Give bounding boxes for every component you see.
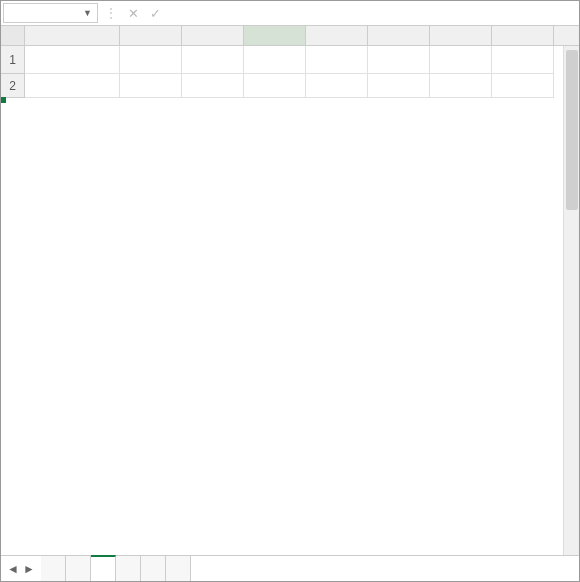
scrollbar-thumb[interactable] bbox=[566, 50, 578, 210]
cell[interactable] bbox=[120, 46, 182, 74]
cell[interactable] bbox=[244, 74, 306, 98]
row: 2 bbox=[1, 74, 579, 98]
col-header-F[interactable] bbox=[368, 26, 430, 45]
cell[interactable] bbox=[492, 74, 554, 98]
tab-frequency[interactable] bbox=[116, 556, 141, 581]
cell[interactable] bbox=[244, 46, 306, 74]
vertical-scrollbar[interactable] bbox=[563, 46, 579, 555]
cell[interactable] bbox=[306, 74, 368, 98]
chevron-down-icon[interactable]: ▼ bbox=[83, 8, 92, 18]
tab-co[interactable] bbox=[166, 556, 191, 581]
col-header-G[interactable] bbox=[430, 26, 492, 45]
select-all-corner[interactable] bbox=[1, 26, 25, 45]
cell[interactable] bbox=[492, 46, 554, 74]
tab-nav: ◄ ► bbox=[1, 556, 41, 581]
cell[interactable] bbox=[368, 74, 430, 98]
formula-input[interactable] bbox=[172, 3, 579, 23]
grid[interactable]: 1 2 bbox=[1, 46, 579, 534]
col-header-H[interactable] bbox=[492, 26, 554, 45]
cell[interactable] bbox=[182, 74, 244, 98]
cell[interactable] bbox=[430, 46, 492, 74]
column-headers bbox=[1, 26, 579, 46]
tab-ellipsis[interactable] bbox=[41, 556, 66, 581]
name-box[interactable]: ▼ bbox=[3, 3, 98, 23]
tab-nav-next-icon[interactable]: ► bbox=[23, 562, 35, 576]
tab-rank[interactable] bbox=[66, 556, 91, 581]
cell-header-grade[interactable] bbox=[120, 74, 182, 98]
col-header-A[interactable] bbox=[25, 26, 120, 45]
cell[interactable] bbox=[306, 46, 368, 74]
cell[interactable] bbox=[182, 46, 244, 74]
tab-large-or-small[interactable] bbox=[91, 555, 116, 581]
sheet-tab-strip: ◄ ► bbox=[1, 555, 579, 581]
cell[interactable] bbox=[430, 74, 492, 98]
cancel-formula-button[interactable]: ✕ bbox=[122, 2, 144, 24]
formula-bar: ▼ ⋮ ✕ ✓ bbox=[1, 1, 579, 26]
cell[interactable] bbox=[368, 46, 430, 74]
col-header-B[interactable] bbox=[120, 26, 182, 45]
tab-var-stdev[interactable] bbox=[141, 556, 166, 581]
separator-icon: ⋮ bbox=[100, 2, 122, 24]
col-header-D[interactable] bbox=[244, 26, 306, 45]
active-cell-outline bbox=[1, 98, 5, 102]
col-header-C[interactable] bbox=[182, 26, 244, 45]
col-header-E[interactable] bbox=[306, 26, 368, 45]
cell-header-id[interactable] bbox=[25, 74, 120, 98]
row: 1 bbox=[1, 46, 579, 74]
row-header[interactable]: 2 bbox=[1, 74, 25, 98]
row-header[interactable]: 1 bbox=[1, 46, 25, 74]
cell-title[interactable] bbox=[25, 46, 120, 74]
tab-nav-prev-icon[interactable]: ◄ bbox=[7, 562, 19, 576]
accept-formula-button[interactable]: ✓ bbox=[144, 2, 166, 24]
